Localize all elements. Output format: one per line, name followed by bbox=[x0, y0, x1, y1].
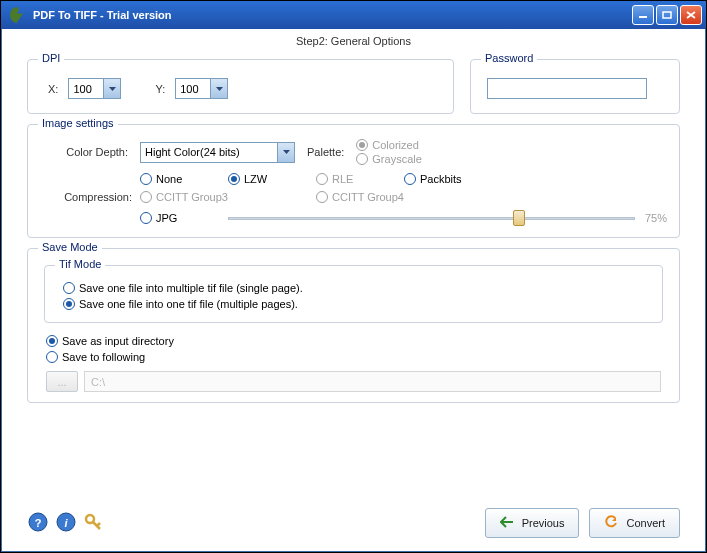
save-following-label: Save to following bbox=[62, 351, 145, 363]
dpi-y-select[interactable]: 100 bbox=[175, 78, 228, 99]
arrow-left-icon bbox=[500, 516, 514, 530]
window-title: PDF To TIFF - Trial version bbox=[33, 9, 172, 21]
image-settings-legend: Image settings bbox=[38, 117, 118, 129]
chevron-down-icon bbox=[210, 79, 227, 98]
radio-icon bbox=[63, 298, 75, 310]
save-following-radio[interactable]: Save to following bbox=[46, 351, 649, 363]
palette-colorized-label: Colorized bbox=[372, 139, 418, 151]
save-mode-group: Save Mode Tif Mode Save one file into mu… bbox=[27, 248, 680, 403]
password-input[interactable] bbox=[487, 78, 647, 99]
comp-ccitt4-label: CCITT Group4 bbox=[332, 191, 404, 203]
radio-icon bbox=[46, 335, 58, 347]
maximize-button[interactable] bbox=[656, 5, 678, 25]
comp-rle-label: RLE bbox=[332, 173, 353, 185]
chevron-down-icon bbox=[103, 79, 120, 98]
tif-mode-group: Tif Mode Save one file into multiple tif… bbox=[44, 265, 663, 323]
key-icon[interactable] bbox=[83, 511, 105, 535]
info-icon[interactable]: i bbox=[55, 511, 77, 535]
compression-label: Compression: bbox=[40, 191, 140, 203]
app-window: PDF To TIFF - Trial version Step2: Gener… bbox=[0, 0, 707, 553]
comp-none-label: None bbox=[156, 173, 182, 185]
save-path-input: C:\ bbox=[84, 371, 661, 392]
radio-icon bbox=[356, 139, 368, 151]
save-mode-legend: Save Mode bbox=[38, 241, 102, 253]
tif-single-label: Save one file into multiple tif file (si… bbox=[79, 282, 303, 294]
previous-label: Previous bbox=[522, 517, 565, 529]
password-group: Password bbox=[470, 59, 680, 114]
tif-multi-label: Save one file into one tif file (multipl… bbox=[79, 298, 298, 310]
tif-single-radio[interactable]: Save one file into multiple tif file (si… bbox=[63, 282, 632, 294]
minimize-button[interactable] bbox=[632, 5, 654, 25]
color-depth-select[interactable]: Hight Color(24 bits) bbox=[140, 142, 295, 163]
radio-icon bbox=[316, 173, 328, 185]
compression-ccitt3-radio: CCITT Group3 bbox=[140, 191, 304, 203]
dpi-x-label: X: bbox=[48, 83, 58, 95]
palette-grayscale-label: Grayscale bbox=[372, 153, 422, 165]
previous-button[interactable]: Previous bbox=[485, 508, 580, 538]
convert-label: Convert bbox=[626, 517, 665, 529]
jpg-quality-slider[interactable] bbox=[228, 209, 635, 227]
palette-colorized-radio: Colorized bbox=[356, 139, 422, 151]
radio-icon bbox=[63, 282, 75, 294]
chevron-down-icon bbox=[277, 143, 294, 162]
color-depth-label: Color Depth: bbox=[40, 146, 128, 158]
palette-label: Palette: bbox=[307, 146, 344, 158]
comp-jpg-label: JPG bbox=[156, 212, 177, 224]
svg-rect-1 bbox=[663, 12, 671, 18]
comp-ccitt3-label: CCITT Group3 bbox=[156, 191, 228, 203]
palette-grayscale-radio: Grayscale bbox=[356, 153, 422, 165]
radio-icon bbox=[228, 173, 240, 185]
tif-mode-legend: Tif Mode bbox=[55, 258, 105, 270]
password-legend: Password bbox=[481, 52, 537, 64]
compression-none-radio[interactable]: None bbox=[140, 173, 216, 185]
comp-lzw-label: LZW bbox=[244, 173, 267, 185]
browse-button: ... bbox=[46, 371, 78, 392]
comp-packbits-label: Packbits bbox=[420, 173, 462, 185]
compression-ccitt4-radio: CCITT Group4 bbox=[316, 191, 655, 203]
convert-button[interactable]: Convert bbox=[589, 508, 680, 538]
dpi-x-value: 100 bbox=[69, 79, 103, 98]
color-depth-value: Hight Color(24 bits) bbox=[141, 143, 277, 162]
svg-rect-0 bbox=[639, 16, 647, 18]
refresh-icon bbox=[604, 515, 618, 531]
dpi-y-value: 100 bbox=[176, 79, 210, 98]
radio-icon bbox=[46, 351, 58, 363]
svg-point-6 bbox=[86, 515, 94, 523]
radio-icon bbox=[140, 212, 152, 224]
svg-text:?: ? bbox=[35, 517, 42, 529]
radio-icon bbox=[356, 153, 368, 165]
close-button[interactable] bbox=[680, 5, 702, 25]
step-header: Step2: General Options bbox=[5, 29, 702, 53]
radio-icon bbox=[140, 173, 152, 185]
compression-lzw-radio[interactable]: LZW bbox=[228, 173, 304, 185]
dpi-y-label: Y: bbox=[155, 83, 165, 95]
tif-multi-radio[interactable]: Save one file into one tif file (multipl… bbox=[63, 298, 632, 310]
radio-icon bbox=[140, 191, 152, 203]
save-input-dir-label: Save as input directory bbox=[62, 335, 174, 347]
save-input-dir-radio[interactable]: Save as input directory bbox=[46, 335, 649, 347]
dpi-group: DPI X: 100 Y: 100 bbox=[27, 59, 454, 114]
compression-packbits-radio[interactable]: Packbits bbox=[404, 173, 655, 185]
titlebar: PDF To TIFF - Trial version bbox=[1, 1, 706, 29]
dpi-legend: DPI bbox=[38, 52, 64, 64]
app-icon bbox=[7, 5, 27, 25]
image-settings-group: Image settings Color Depth: Hight Color(… bbox=[27, 124, 680, 238]
radio-icon bbox=[316, 191, 328, 203]
compression-rle-radio: RLE bbox=[316, 173, 392, 185]
radio-icon bbox=[404, 173, 416, 185]
dpi-x-select[interactable]: 100 bbox=[68, 78, 121, 99]
help-icon[interactable]: ? bbox=[27, 511, 49, 535]
footer: ? i Previous Convert bbox=[27, 508, 680, 538]
compression-jpg-radio[interactable]: JPG bbox=[140, 212, 216, 224]
jpg-quality-value: 75% bbox=[645, 212, 667, 224]
